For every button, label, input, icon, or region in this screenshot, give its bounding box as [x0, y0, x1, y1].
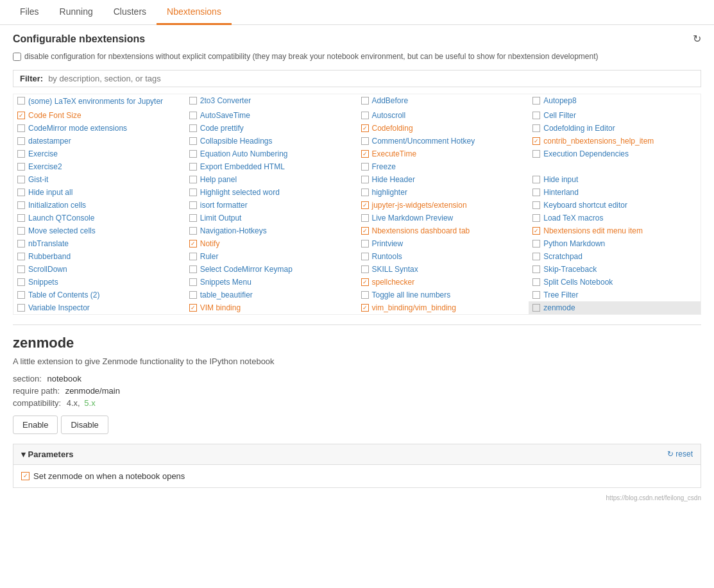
ext-collapsibleheadings-label: Collapsible Headings [200, 137, 273, 146]
ext-runtools[interactable]: Runtools [357, 250, 529, 263]
ext-zenmode[interactable]: zenmode [529, 301, 701, 314]
ext-livemarkdown-label: Live Markdown Preview [372, 214, 454, 223]
ext-nbextdash[interactable]: ✓ Nbextensions dashboard tab [357, 224, 529, 237]
ext-loadtex[interactable]: Load TeX macros [529, 212, 701, 224]
ext-kbshortcut[interactable]: Keyboard shortcut editor [529, 199, 701, 212]
ext-vimbinding[interactable]: ✓ VIM binding [185, 301, 357, 314]
ext-nbextmenu[interactable]: ✓ Nbextensions edit menu item [529, 224, 701, 237]
ext-treefilter[interactable]: Tree Filter [529, 289, 701, 301]
ext-hinterland[interactable]: Hinterland [529, 186, 701, 199]
ext-snippets[interactable]: Snippets [13, 276, 185, 289]
ext-contrib[interactable]: ✓ contrib_nbextensions_help_item [529, 135, 701, 147]
ext-spellchecker[interactable]: ✓ spellchecker [357, 276, 529, 289]
ext-togglelines[interactable]: Toggle all line numbers [357, 289, 529, 301]
ext-collapsibleheadings[interactable]: Collapsible Headings [185, 135, 357, 147]
ext-snippets-checkbox [17, 278, 25, 286]
params-reset[interactable]: ↻ reset [667, 449, 693, 458]
ext-hideheader[interactable]: Hide Header [357, 173, 529, 186]
ext-jupyterwidgets[interactable]: ✓ jupyter-js-widgets/extension [357, 199, 529, 212]
ext-codemirrormode-label: CodeMirror mode extensions [28, 124, 127, 133]
tab-nbextensions[interactable]: Nbextensions [157, 0, 232, 25]
params-reset-label: reset [676, 449, 693, 458]
ext-gistit[interactable]: Gist-it [13, 173, 185, 186]
ext-splitcells[interactable]: Split Cells Notebook [529, 276, 701, 289]
ext-codefontsize[interactable]: ✓ Code Font Size [13, 109, 185, 122]
tab-running[interactable]: Running [49, 0, 103, 25]
ext-highlighter[interactable]: highlighter [357, 186, 529, 199]
tab-files[interactable]: Files [10, 0, 49, 25]
ext-executiondeps[interactable]: Execution Dependencies [529, 147, 701, 160]
ext-toc[interactable]: Table of Contents (2) [13, 289, 185, 301]
ext-executiondeps-label: Execution Dependencies [543, 149, 629, 158]
ext-isort-label: isort formatter [200, 201, 248, 210]
ext-codemirrormode[interactable]: CodeMirror mode extensions [13, 122, 185, 135]
ext-vimbinding2[interactable]: ✓ vim_binding/vim_binding [357, 301, 529, 314]
ext-codefontsize-checkbox: ✓ [17, 112, 25, 119]
ext-addbefore[interactable]: AddBefore [357, 94, 529, 109]
refresh-button[interactable]: ↻ [693, 33, 701, 45]
ext-printview[interactable]: Printview [357, 237, 529, 250]
ext-datestamper[interactable]: datestamper [13, 135, 185, 147]
disable-config-checkbox[interactable] [13, 53, 21, 61]
ext-selectkeymap[interactable]: Select CodeMirror Keymap [185, 263, 357, 276]
params-header[interactable]: ▾ Parameters ↻ reset [13, 444, 701, 465]
ext-snippetsmenu[interactable]: Snippets Menu [185, 276, 357, 289]
ext-scrolldown[interactable]: ScrollDown [13, 263, 185, 276]
ext-limitoutput[interactable]: Limit Output [185, 212, 357, 224]
ext-codefoldingeditor[interactable]: Codefolding in Editor [529, 122, 701, 135]
ext-ruler[interactable]: Ruler [185, 250, 357, 263]
ext-tablebeautifier-label: table_beautifier [200, 290, 253, 299]
ext-navhotkeys[interactable]: Navigation-Hotkeys [185, 224, 357, 237]
ext-tablebeautifier[interactable]: table_beautifier [185, 289, 357, 301]
ext-exercise2[interactable]: Exercise2 [13, 160, 185, 173]
ext-pythonmd[interactable]: Python Markdown [529, 237, 701, 250]
ext-2to3[interactable]: 2to3 Converter [185, 94, 357, 109]
ext-freeze[interactable]: Freeze [357, 160, 529, 173]
ext-livemarkdown[interactable]: Live Markdown Preview [357, 212, 529, 224]
ext-contrib-checkbox: ✓ [532, 137, 540, 145]
disable-config-text: disable configuration for nbextensions w… [24, 51, 599, 62]
ext-skiptraceback-label: Skip-Traceback [543, 265, 597, 274]
ext-printview-checkbox [361, 240, 369, 248]
ext-moveselected[interactable]: Move selected cells [13, 224, 185, 237]
ext-nbtranslate-label: nbTranslate [28, 239, 69, 248]
ext-zenmode-checkbox [532, 304, 540, 312]
tab-clusters[interactable]: Clusters [103, 0, 157, 25]
ext-skillsyntax[interactable]: SKILL Syntax [357, 263, 529, 276]
ext-cellfilter[interactable]: Cell Filter [529, 109, 701, 122]
ext-helppanel[interactable]: Help panel [185, 173, 357, 186]
ext-skiptraceback[interactable]: Skip-Traceback [529, 263, 701, 276]
ext-nbtranslate[interactable]: nbTranslate [13, 237, 185, 250]
ext-commenthotkey[interactable]: Comment/Uncomment Hotkey [357, 135, 529, 147]
filter-input[interactable] [48, 74, 694, 83]
ext-exercise[interactable]: Exercise [13, 147, 185, 160]
param-item-zenmode[interactable]: ✓ Set zenmode on when a notebook opens [21, 471, 693, 481]
ext-spellchecker-label: spellchecker [372, 278, 415, 287]
ext-initcells[interactable]: Initialization cells [13, 199, 185, 212]
ext-rubberband[interactable]: Rubberband [13, 250, 185, 263]
ext-varinspector[interactable]: Variable Inspector [13, 301, 185, 314]
ext-notify[interactable]: ✓ Notify [185, 237, 357, 250]
disable-button[interactable]: Disable [61, 416, 108, 434]
ext-2to3-checkbox [189, 97, 197, 105]
enable-button[interactable]: Enable [13, 416, 58, 434]
ext-autosavetime[interactable]: AutoSaveTime [185, 109, 357, 122]
ext-codeprettify[interactable]: Code prettify [185, 122, 357, 135]
ext-hideinput[interactable]: Hide input [529, 173, 701, 186]
ext-autoscroll[interactable]: Autoscroll [357, 109, 529, 122]
ext-latex[interactable]: (some) LaTeX environments for Jupyter [13, 94, 185, 109]
ext-launchqt[interactable]: Launch QTConsole [13, 212, 185, 224]
ext-executiondeps-checkbox [532, 150, 540, 158]
ext-executetime[interactable]: ✓ ExecuteTime [357, 147, 529, 160]
nav-tabs: Files Running Clusters Nbextensions [0, 0, 714, 25]
ext-exporthtml[interactable]: Export Embedded HTML [185, 160, 357, 173]
ext-autopep8[interactable]: Autopep8 [529, 94, 701, 109]
ext-hideinput-label: Hide input [543, 175, 578, 184]
ext-hideinputall[interactable]: Hide input all [13, 186, 185, 199]
ext-isort[interactable]: isort formatter [185, 199, 357, 212]
ext-highlightword[interactable]: Highlight selected word [185, 186, 357, 199]
ext-rubberband-checkbox [17, 253, 25, 260]
ext-equationauto[interactable]: Equation Auto Numbering [185, 147, 357, 160]
ext-codefolding[interactable]: ✓ Codefolding [357, 122, 529, 135]
ext-scratchpad[interactable]: Scratchpad [529, 250, 701, 263]
